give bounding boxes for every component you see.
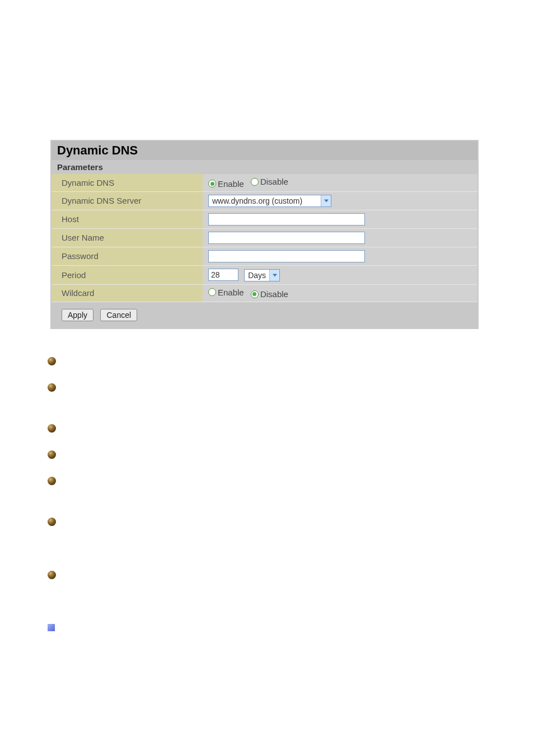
server-value-cell: www.dyndns.org (custom): [203, 191, 477, 210]
radio-icon: [208, 180, 216, 187]
bullet-list: [48, 357, 534, 631]
username-label: User Name: [51, 228, 203, 247]
dyndns-value-cell: Enable Disable: [203, 174, 477, 191]
server-select[interactable]: www.dyndns.org (custom): [208, 195, 331, 207]
password-input[interactable]: [208, 250, 365, 262]
period-input[interactable]: [208, 269, 238, 281]
username-value-cell: [203, 228, 477, 247]
bullet-icon: [48, 571, 56, 579]
dyndns-disable-label: Disable: [260, 177, 288, 186]
cancel-button[interactable]: Cancel: [100, 309, 137, 321]
server-label: Dynamic DNS Server: [51, 191, 203, 210]
chevron-down-icon: [269, 270, 279, 281]
dyndns-label: Dynamic DNS: [51, 174, 203, 191]
server-select-value: www.dyndns.org (custom): [209, 196, 321, 205]
dynamic-dns-panel: Dynamic DNS Parameters Dynamic DNS Enabl…: [50, 140, 479, 329]
wildcard-value-cell: Enable Disable: [203, 284, 477, 302]
password-label: Password: [51, 247, 203, 265]
host-value-cell: [203, 210, 477, 228]
wildcard-disable-label: Disable: [260, 289, 288, 299]
button-row: Apply Cancel: [51, 302, 477, 328]
radio-icon: [208, 288, 216, 296]
username-input[interactable]: [208, 232, 365, 244]
parameters-subheader: Parameters: [51, 160, 477, 174]
bullet-icon: [48, 518, 56, 526]
host-input[interactable]: [208, 213, 365, 226]
bullet-icon: [48, 450, 56, 459]
host-label: Host: [51, 210, 203, 228]
wildcard-label: Wildcard: [51, 284, 203, 302]
password-value-cell: [203, 247, 477, 265]
radio-icon: [251, 178, 259, 186]
dyndns-enable-radio[interactable]: Enable: [208, 179, 244, 189]
wildcard-disable-radio[interactable]: Disable: [251, 289, 288, 299]
period-unit-select[interactable]: Days: [244, 269, 280, 281]
dyndns-enable-label: Enable: [218, 179, 244, 189]
wildcard-enable-radio[interactable]: Enable: [208, 288, 244, 297]
wildcard-enable-label: Enable: [218, 288, 244, 297]
period-value-cell: Days: [203, 265, 477, 284]
bullet-icon: [48, 357, 56, 365]
parameters-table: Dynamic DNS Enable Disable Dynamic DNS S…: [51, 174, 477, 302]
period-label: Period: [51, 265, 203, 284]
period-unit-value: Days: [245, 271, 269, 280]
dyndns-disable-radio[interactable]: Disable: [251, 177, 288, 186]
chevron-down-icon: [321, 195, 331, 206]
bullet-icon: [48, 424, 56, 433]
radio-icon: [251, 290, 259, 298]
square-bullet-icon: [48, 624, 55, 631]
bullet-icon: [48, 477, 56, 485]
apply-button[interactable]: Apply: [62, 309, 93, 321]
panel-title: Dynamic DNS: [51, 141, 477, 160]
bullet-icon: [48, 383, 56, 392]
